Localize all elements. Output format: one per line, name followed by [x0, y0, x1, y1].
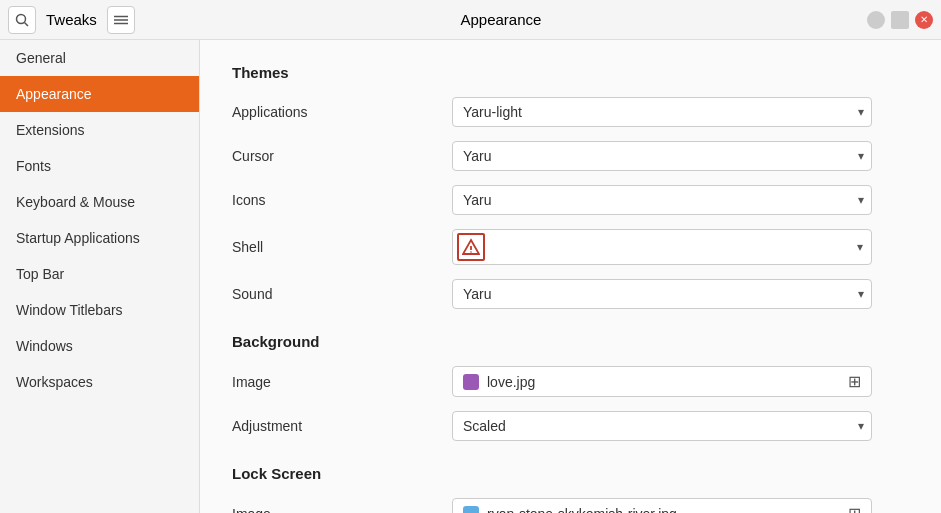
shell-warning-icon: [457, 233, 485, 261]
themes-section-title: Themes: [232, 64, 909, 81]
bg-image-browse-button[interactable]: ⊞: [848, 372, 861, 391]
icons-select[interactable]: Yaru Adwaita HighContrast: [452, 185, 872, 215]
bg-adjustment-label: Adjustment: [232, 418, 452, 434]
bg-image-field: love.jpg ⊞: [452, 366, 872, 397]
sidebar: General Appearance Extensions Fonts Keyb…: [0, 40, 200, 513]
lock-screen-section-title: Lock Screen: [232, 465, 909, 482]
ls-image-row: Image ryan-stone-skykomish-river.jpg ⊞: [232, 498, 909, 513]
icons-select-wrapper: Yaru Adwaita HighContrast ▾: [452, 185, 872, 215]
maximize-button[interactable]: [891, 11, 909, 29]
applications-select-wrapper: Yaru-light Yaru Adwaita Adwaita-dark Hig…: [452, 97, 872, 127]
titlebar-left: Tweaks: [8, 6, 135, 34]
sound-row: Sound Yaru freedesktop ▾: [232, 279, 909, 309]
ls-image-browse-button[interactable]: ⊞: [848, 504, 861, 513]
titlebar: Tweaks Appearance: [0, 0, 941, 40]
bg-adjustment-row: Adjustment Scaled Zoom Stretched Centere…: [232, 411, 909, 441]
sidebar-item-top-bar[interactable]: Top Bar: [0, 256, 199, 292]
cursor-select[interactable]: Yaru Adwaita DMZ-Black DMZ-White: [452, 141, 872, 171]
ls-image-label: Image: [232, 506, 452, 514]
bg-image-thumbnail: [463, 374, 479, 390]
bg-adjustment-select[interactable]: Scaled Zoom Stretched Centered Spanned W…: [452, 411, 872, 441]
main-layout: General Appearance Extensions Fonts Keyb…: [0, 40, 941, 513]
menu-button[interactable]: [107, 6, 135, 34]
minimize-button[interactable]: [867, 11, 885, 29]
cursor-select-wrapper: Yaru Adwaita DMZ-Black DMZ-White ▾: [452, 141, 872, 171]
icons-row: Icons Yaru Adwaita HighContrast ▾: [232, 185, 909, 215]
sound-label: Sound: [232, 286, 452, 302]
sidebar-item-keyboard-mouse[interactable]: Keyboard & Mouse: [0, 184, 199, 220]
shell-label: Shell: [232, 239, 452, 255]
content-area: Themes Applications Yaru-light Yaru Adwa…: [200, 40, 941, 513]
sound-select[interactable]: Yaru freedesktop: [452, 279, 872, 309]
ls-image-field: ryan-stone-skykomish-river.jpg ⊞: [452, 498, 872, 513]
sidebar-item-general[interactable]: General: [0, 40, 199, 76]
applications-label: Applications: [232, 104, 452, 120]
cursor-label: Cursor: [232, 148, 452, 164]
sidebar-item-appearance[interactable]: Appearance: [0, 76, 199, 112]
svg-point-0: [17, 14, 26, 23]
cursor-row: Cursor Yaru Adwaita DMZ-Black DMZ-White …: [232, 141, 909, 171]
icons-label: Icons: [232, 192, 452, 208]
sidebar-item-workspaces[interactable]: Workspaces: [0, 364, 199, 400]
ls-image-name: ryan-stone-skykomish-river.jpg: [487, 506, 840, 514]
titlebar-controls: [867, 11, 933, 29]
shell-select[interactable]: [489, 233, 871, 261]
sidebar-item-startup-applications[interactable]: Startup Applications: [0, 220, 199, 256]
close-button[interactable]: [915, 11, 933, 29]
search-button[interactable]: [8, 6, 36, 34]
sidebar-item-extensions[interactable]: Extensions: [0, 112, 199, 148]
ls-image-thumbnail: [463, 506, 479, 514]
sidebar-item-fonts[interactable]: Fonts: [0, 148, 199, 184]
sound-select-wrapper: Yaru freedesktop ▾: [452, 279, 872, 309]
svg-line-1: [25, 22, 29, 26]
bg-image-name: love.jpg: [487, 374, 840, 390]
applications-select[interactable]: Yaru-light Yaru Adwaita Adwaita-dark Hig…: [452, 97, 872, 127]
bg-image-label: Image: [232, 374, 452, 390]
bg-image-row: Image love.jpg ⊞: [232, 366, 909, 397]
shell-row: Shell ▾: [232, 229, 909, 265]
svg-point-7: [470, 251, 472, 253]
bg-adjustment-select-wrapper: Scaled Zoom Stretched Centered Spanned W…: [452, 411, 872, 441]
sidebar-item-window-titlebars[interactable]: Window Titlebars: [0, 292, 199, 328]
window-title: Appearance: [135, 11, 867, 28]
applications-row: Applications Yaru-light Yaru Adwaita Adw…: [232, 97, 909, 127]
shell-field: ▾: [452, 229, 872, 265]
app-title: Tweaks: [46, 11, 97, 28]
sidebar-item-windows[interactable]: Windows: [0, 328, 199, 364]
background-section-title: Background: [232, 333, 909, 350]
